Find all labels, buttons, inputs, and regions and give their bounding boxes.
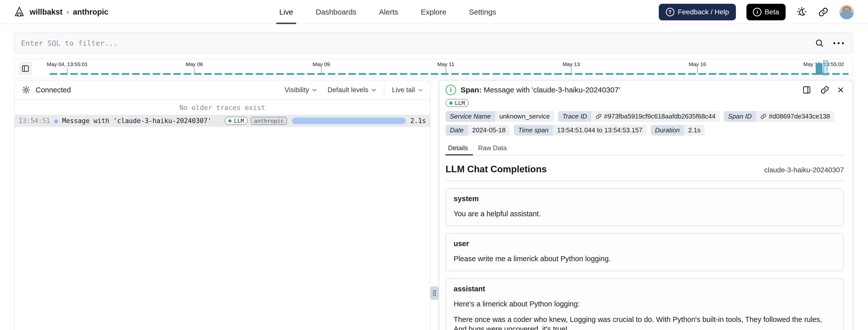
timeline-tick: May 04, 13:55:01 (47, 61, 88, 73)
sql-filter-bar (14, 33, 853, 54)
green-dot-icon (228, 119, 231, 123)
message-card-assistant: assistant Here's a limerick about Python… (445, 278, 844, 330)
section-header: LLM Chat Completions claude-3-haiku-2024… (445, 164, 844, 175)
visibility-dropdown[interactable]: Visibility (285, 86, 317, 94)
trace-message: Message with 'claude-3-haiku-20240307' (62, 117, 212, 125)
timeline-tick: May 16 (689, 61, 706, 73)
grip-dots-icon (432, 290, 437, 297)
llm-badge: LLM (224, 117, 248, 125)
message-content: You are a helpful assistant. (454, 209, 836, 218)
copy-link-icon[interactable] (818, 6, 829, 18)
trace-row[interactable]: 13:54:51 ◆ Message with 'claude-3-haiku-… (14, 115, 430, 127)
connection-status: Connected (36, 86, 71, 94)
expand-panel-icon[interactable] (801, 84, 812, 95)
header-divider (384, 84, 384, 95)
tab-details[interactable]: Details (445, 142, 473, 155)
nav-tabs: Live Dashboards Alerts Explore Settings (278, 0, 497, 24)
tab-live[interactable]: Live (278, 0, 294, 24)
panel-resize-handle[interactable] (430, 286, 439, 300)
message-content: Please write me a limerick about Python … (454, 254, 836, 264)
span-info-icon: i (445, 85, 456, 95)
timeline-activity-spike (816, 63, 823, 75)
tab-alerts[interactable]: Alerts (378, 0, 399, 24)
detail-tabs: Details Raw Data (445, 142, 844, 155)
section-divider (445, 181, 844, 181)
time-histogram: May 04, 13:55:01 May 06 May 09 May 11 Ma… (14, 59, 853, 78)
sql-filter-input[interactable] (14, 33, 815, 53)
settings-gear-icon[interactable] (22, 85, 31, 94)
date-badge: Date 2024-05-18 (445, 125, 510, 136)
user-avatar[interactable] (839, 5, 854, 19)
section-title: LLM Chat Completions (445, 164, 547, 175)
span-id-badge[interactable]: Span ID #d08697de343ce138 (724, 111, 834, 122)
trace-id-badge[interactable]: Trace ID #973fba5919cf9c618aafdb2635f68c… (558, 111, 720, 122)
breadcrumb-separator: › (67, 8, 69, 16)
default-levels-dropdown[interactable]: Default levels (328, 86, 376, 94)
chevron-down-icon (312, 88, 317, 92)
timeline-selection-brush[interactable] (823, 60, 828, 76)
chevron-down-icon (371, 88, 376, 92)
trace-timestamp: 13:54:51 (19, 117, 50, 125)
service-name-badge: Service Name unknown_service (445, 111, 554, 122)
breadcrumb-project[interactable]: anthropic (73, 7, 108, 17)
tab-settings[interactable]: Settings (468, 0, 497, 24)
timeline-tick: May 09 (313, 61, 330, 73)
llm-tag: LLM (445, 99, 469, 107)
top-nav: willbakst › anthropic Live Dashboards Al… (0, 0, 868, 24)
timeline-activity-baseline (50, 73, 848, 75)
span-meta-row-1: Service Name unknown_service Trace ID #9… (445, 111, 844, 122)
model-name: claude-3-haiku-20240307 (764, 166, 844, 174)
link-icon (595, 113, 602, 120)
message-card-system: system You are a helpful assistant. (445, 188, 844, 226)
span-meta-row-2: Date 2024-05-18 Time span 13:54:51.044 t… (445, 125, 844, 136)
duration-badge: Duration 2.1s (651, 125, 705, 136)
message-card-user: user Please write me a limerick about Py… (445, 233, 844, 271)
span-diamond-icon: ◆ (54, 117, 59, 125)
feedback-help-button[interactable]: ? Feedback / Help (659, 4, 736, 20)
traces-panel-header: Connected Visibility Default levels Live… (14, 80, 430, 100)
duration-value: 2.1s (410, 117, 426, 125)
search-icon[interactable] (815, 38, 824, 48)
nav-right-cluster: ? Feedback / Help i Beta (659, 0, 854, 24)
more-options-icon[interactable] (832, 41, 845, 46)
span-detail-panel: i Span: Message with 'claude-3-haiku-202… (438, 80, 854, 330)
beta-button[interactable]: i Beta (746, 4, 786, 20)
share-link-icon[interactable] (819, 84, 830, 95)
no-older-traces-message: No older traces exist (14, 100, 430, 115)
tab-raw-data[interactable]: Raw Data (473, 142, 512, 155)
breadcrumb: willbakst › anthropic (14, 0, 108, 24)
time-span-badge: Time span 13:54:51.044 to 13:54:53.157 (514, 125, 647, 136)
breadcrumb-org[interactable]: willbakst (30, 7, 63, 17)
tab-dashboards[interactable]: Dashboards (315, 0, 358, 24)
traces-panel: Connected Visibility Default levels Live… (14, 80, 431, 330)
message-role: system (454, 194, 836, 203)
timeline-tick: May 11 (437, 61, 454, 73)
chevron-down-icon (418, 88, 423, 92)
span-title: Span: Message with 'claude-3-haiku-20240… (461, 86, 620, 94)
close-icon[interactable]: × (837, 84, 844, 95)
green-dot-icon (449, 101, 453, 105)
question-icon: ? (666, 8, 674, 16)
sidebar-toggle-button[interactable] (19, 62, 32, 76)
timeline-chart[interactable]: May 04, 13:55:01 May 06 May 09 May 11 Ma… (50, 60, 848, 76)
timeline-tick: May 06 (186, 61, 203, 73)
timeline-tick: May 13 (563, 61, 580, 73)
message-role: user (454, 240, 836, 248)
app-logo-icon[interactable] (14, 6, 25, 18)
info-icon: i (753, 8, 762, 16)
message-content: There once was a coder who knew, Logging… (454, 315, 836, 330)
tab-explore[interactable]: Explore (420, 0, 447, 24)
link-icon (760, 113, 767, 120)
app-root: willbakst › anthropic Live Dashboards Al… (0, 0, 868, 330)
theme-toggle-icon[interactable] (796, 6, 807, 18)
duration-bar (292, 118, 406, 124)
message-content: Here's a limerick about Python logging: (454, 299, 836, 309)
message-role: assistant (454, 285, 836, 293)
live-tail-dropdown[interactable]: Live tail (392, 86, 423, 94)
source-badge: anthropic (251, 117, 287, 125)
span-header: i Span: Message with 'claude-3-haiku-202… (445, 84, 844, 95)
